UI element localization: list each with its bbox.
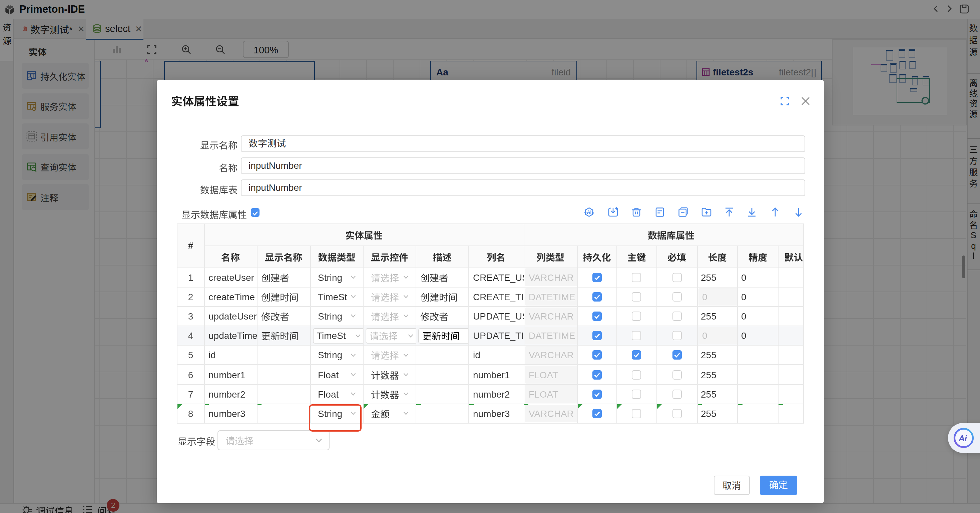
- svg-text:AI: AI: [587, 209, 592, 215]
- svg-text:Ai: Ai: [958, 433, 967, 443]
